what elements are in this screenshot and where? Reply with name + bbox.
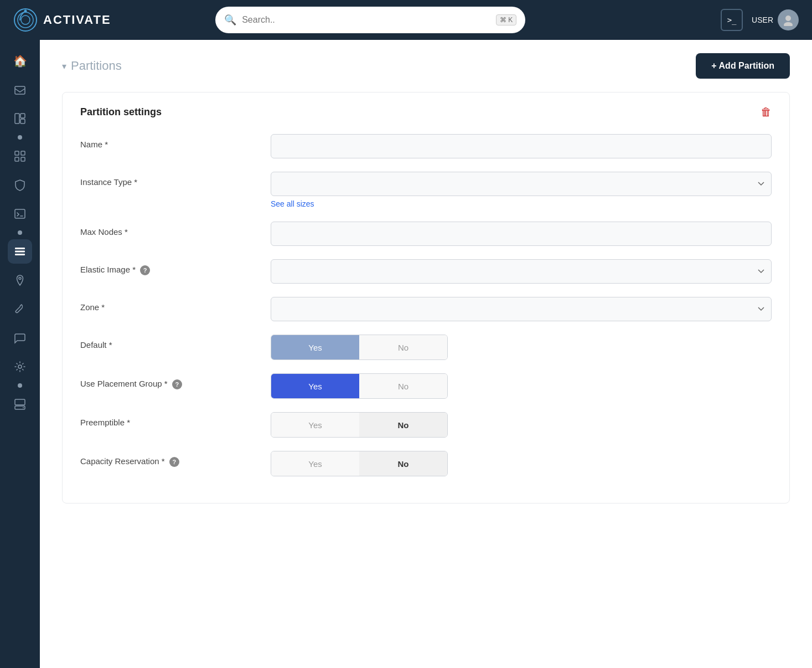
- zone-select[interactable]: [271, 297, 772, 321]
- sidebar-item-security[interactable]: [8, 173, 32, 197]
- svg-rect-13: [21, 157, 25, 161]
- field-preemptible-control: Yes No: [271, 412, 772, 438]
- terminal-button[interactable]: >_: [721, 9, 743, 31]
- field-zone-row: Zone *: [80, 297, 772, 321]
- field-elastic-image-label: Elastic Image * ?: [80, 259, 257, 275]
- sidebar-item-location[interactable]: [8, 268, 32, 292]
- svg-rect-7: [15, 114, 19, 124]
- sidebar-item-terminal[interactable]: [8, 202, 32, 226]
- partition-settings-header: Partition settings 🗑: [80, 106, 772, 119]
- sidebar-item-home[interactable]: 🏠: [8, 49, 32, 73]
- field-instance-type-control: See all sizes: [271, 172, 772, 208]
- main-layout: 🏠: [0, 40, 812, 668]
- svg-point-18: [19, 278, 21, 280]
- field-max-nodes-label: Max Nodes *: [80, 222, 257, 237]
- partition-settings-card: Partition settings 🗑 Name * Instance Typ…: [62, 92, 790, 503]
- nav-right: >_ USER: [721, 9, 799, 31]
- search-bar[interactable]: 🔍 ⌘ K: [215, 7, 525, 33]
- field-name-label: Name *: [80, 134, 257, 149]
- placement-group-no-button[interactable]: No: [359, 374, 447, 398]
- default-yes-button[interactable]: Yes: [271, 335, 359, 359]
- field-elastic-image-control: [271, 259, 772, 284]
- see-all-sizes-link[interactable]: See all sizes: [271, 199, 772, 208]
- sidebar: 🏠: [0, 40, 40, 668]
- svg-rect-11: [21, 151, 25, 155]
- placement-group-yes-button[interactable]: Yes: [271, 374, 359, 398]
- delete-partition-icon[interactable]: 🗑: [761, 106, 772, 119]
- content-area: ▾ Partitions + Add Partition Partition s…: [40, 40, 812, 668]
- field-instance-type-row: Instance Type * See all sizes: [80, 172, 772, 208]
- capacity-reservation-toggle-group: Yes No: [271, 451, 448, 476]
- field-capacity-reservation-control: Yes No: [271, 451, 772, 476]
- field-name-control: [271, 134, 772, 158]
- default-no-button[interactable]: No: [359, 335, 447, 359]
- svg-rect-17: [15, 254, 25, 255]
- svg-rect-12: [15, 157, 19, 161]
- elastic-image-help-icon[interactable]: ?: [140, 265, 150, 275]
- capacity-reservation-yes-button[interactable]: Yes: [271, 451, 359, 476]
- field-name-row: Name *: [80, 134, 772, 158]
- max-nodes-input[interactable]: [271, 222, 772, 246]
- sidebar-item-storage[interactable]: [8, 392, 32, 417]
- field-default-label: Default *: [80, 335, 257, 350]
- app-name: ACTIVATE: [43, 13, 111, 27]
- field-preemptible-row: Preemptible * Yes No: [80, 412, 772, 438]
- field-default-row: Default * Yes No: [80, 335, 772, 360]
- keyboard-hint: ⌘ K: [496, 14, 516, 25]
- svg-rect-9: [20, 119, 25, 124]
- svg-rect-8: [20, 114, 25, 118]
- svg-point-2: [21, 16, 30, 24]
- svg-point-19: [18, 365, 22, 368]
- preemptible-yes-button[interactable]: Yes: [271, 413, 359, 437]
- svg-point-22: [23, 407, 24, 408]
- search-input[interactable]: [242, 15, 490, 25]
- partition-settings-title: Partition settings: [80, 106, 162, 118]
- sidebar-item-grid[interactable]: [8, 144, 32, 168]
- capacity-reservation-help-icon[interactable]: ?: [169, 457, 179, 467]
- field-capacity-reservation-label: Capacity Reservation * ?: [80, 451, 257, 467]
- preemptible-toggle-group: Yes No: [271, 412, 448, 438]
- name-input[interactable]: [271, 134, 772, 158]
- elastic-image-select[interactable]: [271, 259, 772, 284]
- partitions-title-text: Partitions: [71, 59, 122, 73]
- terminal-icon: >_: [727, 16, 737, 24]
- svg-rect-14: [15, 209, 25, 218]
- sidebar-item-settings[interactable]: [8, 354, 32, 379]
- add-partition-button[interactable]: + Add Partition: [696, 53, 790, 79]
- sidebar-item-inbox[interactable]: [8, 78, 32, 102]
- placement-group-toggle-group: Yes No: [271, 373, 448, 399]
- logo[interactable]: ACTIVATE: [13, 8, 111, 32]
- partitions-section-title: ▾ Partitions: [62, 59, 122, 73]
- field-placement-group-row: Use Placement Group * ? Yes No: [80, 373, 772, 399]
- partitions-header: ▾ Partitions + Add Partition: [62, 53, 790, 79]
- capacity-reservation-no-button[interactable]: No: [359, 451, 447, 476]
- field-default-control: Yes No: [271, 335, 772, 360]
- field-zone-label: Zone *: [80, 297, 257, 312]
- sidebar-dot-3: [18, 383, 22, 388]
- field-placement-group-control: Yes No: [271, 373, 772, 399]
- sidebar-item-tools[interactable]: [8, 297, 32, 321]
- field-zone-control: [271, 297, 772, 321]
- svg-point-5: [784, 22, 793, 26]
- search-icon: 🔍: [224, 14, 236, 26]
- svg-rect-6: [15, 86, 25, 94]
- placement-group-help-icon[interactable]: ?: [172, 379, 182, 389]
- field-elastic-image-row: Elastic Image * ?: [80, 259, 772, 284]
- field-preemptible-label: Preemptible *: [80, 412, 257, 427]
- instance-type-select[interactable]: [271, 172, 772, 196]
- user-area[interactable]: USER: [752, 9, 799, 30]
- sidebar-item-chat[interactable]: [8, 326, 32, 350]
- field-placement-group-label: Use Placement Group * ?: [80, 373, 257, 389]
- default-toggle-group: Yes No: [271, 335, 448, 360]
- preemptible-no-button[interactable]: No: [359, 413, 447, 437]
- sidebar-dot-1: [18, 135, 22, 140]
- sidebar-dot-2: [18, 230, 22, 235]
- avatar: [778, 9, 799, 30]
- sidebar-item-partition[interactable]: [8, 239, 32, 264]
- svg-rect-16: [15, 251, 25, 253]
- sidebar-item-layout[interactable]: [8, 106, 32, 131]
- top-nav: ACTIVATE 🔍 ⌘ K >_ USER: [0, 0, 812, 40]
- svg-rect-10: [15, 151, 19, 155]
- svg-rect-21: [15, 399, 25, 405]
- chevron-down-icon: ▾: [62, 61, 66, 71]
